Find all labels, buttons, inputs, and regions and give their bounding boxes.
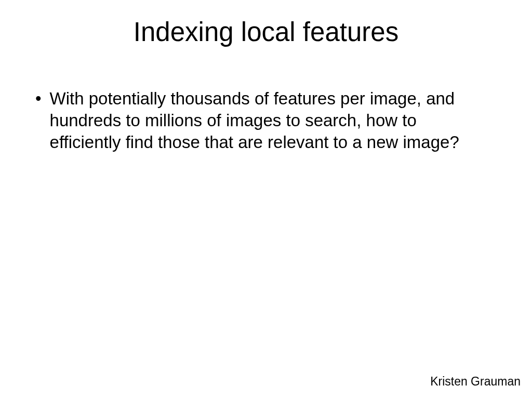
bullet-text: With potentially thousands of features p… xyxy=(50,88,490,154)
slide-title: Indexing local features xyxy=(0,0,532,47)
bullet-marker: • xyxy=(35,88,42,110)
author-credit: Kristen Grauman xyxy=(430,375,521,389)
slide-container: Indexing local features • With potential… xyxy=(0,0,532,399)
slide-content: • With potentially thousands of features… xyxy=(0,47,532,154)
bullet-item: • With potentially thousands of features… xyxy=(31,88,490,154)
